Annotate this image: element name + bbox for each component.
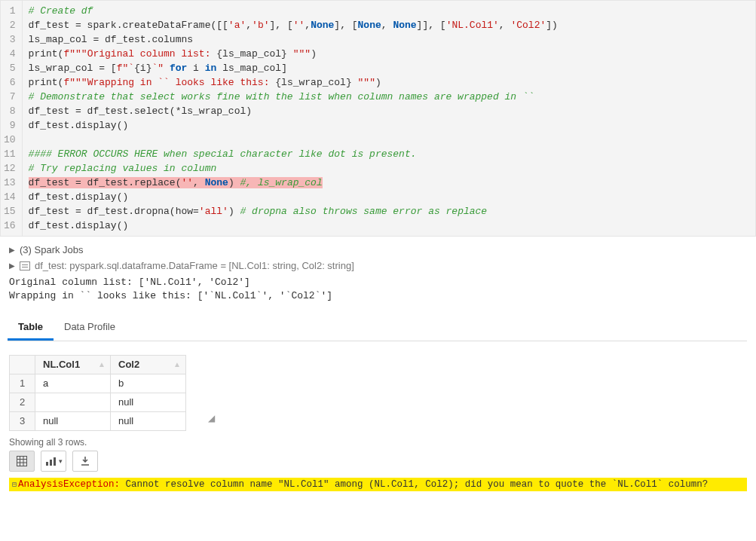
cell: null bbox=[111, 412, 186, 431]
table-view-button[interactable] bbox=[9, 451, 35, 472]
cell: null bbox=[35, 412, 111, 431]
cell: null bbox=[111, 393, 186, 412]
tab-table[interactable]: Table bbox=[8, 315, 54, 341]
row-count-label: Showing all 3 rows. bbox=[9, 431, 747, 451]
code-lines[interactable]: # Create dfdf_test = spark.createDataFra… bbox=[23, 1, 755, 236]
schema-row[interactable]: ▶ df_test: pyspark.sql.dataframe.DataFra… bbox=[9, 260, 747, 271]
line-gutter: 12345678910111213141516 bbox=[1, 1, 23, 236]
cell-output: ▶ (3) Spark Jobs ▶ df_test: pyspark.sql.… bbox=[0, 237, 756, 491]
table-row[interactable]: 3nullnull bbox=[10, 412, 186, 431]
code-line[interactable]: print(f"""Wrapping in `` looks like this… bbox=[29, 75, 749, 90]
expand-icon[interactable]: ▶ bbox=[9, 246, 15, 254]
row-number: 1 bbox=[10, 374, 35, 393]
code-line[interactable]: ls_map_col = df_test.columns bbox=[29, 32, 749, 47]
spark-jobs-row[interactable]: ▶ (3) Spark Jobs bbox=[9, 244, 747, 255]
download-button[interactable] bbox=[72, 451, 98, 472]
grid-icon bbox=[17, 456, 27, 466]
code-line[interactable]: # Try replacing values in column bbox=[29, 161, 749, 176]
code-line[interactable]: ls_wrap_col = [f"`{i}`" for i in ls_map_… bbox=[29, 61, 749, 75]
cell: b bbox=[111, 374, 186, 393]
error-text: Cannot resolve column name "NL.Col1" amo… bbox=[120, 479, 708, 490]
stdout-line: Wrapping in `` looks like this: ['`NL.Co… bbox=[9, 289, 747, 303]
download-icon bbox=[80, 456, 90, 466]
schema-text: df_test: pyspark.sql.dataframe.DataFrame… bbox=[35, 260, 354, 271]
column-header-label: Col2 bbox=[118, 359, 139, 370]
table-row[interactable]: 2null bbox=[10, 393, 186, 412]
resize-handle-icon[interactable]: ◢ bbox=[208, 413, 215, 423]
result-table: NL.Col1 ▲ Col2 ▲ 1ab2null3nullnull bbox=[9, 355, 186, 431]
column-header[interactable]: NL.Col1 ▲ bbox=[35, 356, 111, 374]
code-line[interactable]: # Create df bbox=[29, 4, 749, 18]
cell: a bbox=[35, 374, 111, 393]
code-line[interactable] bbox=[29, 133, 749, 147]
code-line[interactable]: df_test = df_test.select(*ls_wrap_col) bbox=[29, 104, 749, 118]
output-toolbar: ▾ ◢ bbox=[9, 451, 747, 472]
code-line[interactable]: df_test.display() bbox=[29, 219, 749, 233]
stdout-line: Original column list: ['NL.Col1', 'Col2'… bbox=[9, 276, 747, 289]
error-message: ⊟ AnalysisException: Cannot resolve colu… bbox=[9, 478, 747, 491]
code-line[interactable]: # Demonstrate that select works fine wit… bbox=[29, 90, 749, 104]
row-number: 3 bbox=[10, 412, 35, 431]
code-line[interactable]: df_test.display() bbox=[29, 118, 749, 133]
row-number: 2 bbox=[10, 393, 35, 412]
code-line[interactable]: df_test = spark.createDataFrame([['a','b… bbox=[29, 18, 749, 32]
spark-jobs-label: (3) Spark Jobs bbox=[20, 244, 84, 255]
output-tabs: Table Data Profile bbox=[8, 315, 747, 341]
code-line[interactable]: df_test.display() bbox=[29, 190, 749, 204]
cell bbox=[35, 393, 111, 412]
bar-chart-icon bbox=[45, 456, 57, 466]
code-line[interactable]: #### ERROR OCCURS HERE when special char… bbox=[29, 147, 749, 161]
chevron-down-icon: ▾ bbox=[59, 457, 63, 465]
code-editor[interactable]: 12345678910111213141516 # Create dfdf_te… bbox=[0, 0, 756, 237]
svg-rect-0 bbox=[17, 457, 27, 466]
svg-rect-5 bbox=[46, 462, 48, 466]
tab-data-profile[interactable]: Data Profile bbox=[54, 315, 126, 341]
table-row[interactable]: 1ab bbox=[10, 374, 186, 393]
svg-rect-7 bbox=[54, 457, 56, 466]
error-type: AnalysisException: bbox=[18, 479, 120, 490]
code-line[interactable]: df_test = df_test.replace('', None) #, l… bbox=[29, 176, 749, 190]
chart-view-button[interactable]: ▾ bbox=[41, 451, 66, 472]
sort-icon[interactable]: ▲ bbox=[98, 359, 106, 371]
code-line[interactable]: df_test = df_test.dropna(how='all') # dr… bbox=[29, 204, 749, 219]
collapse-icon[interactable]: ⊟ bbox=[12, 480, 17, 489]
column-header[interactable]: Col2 ▲ bbox=[111, 356, 186, 374]
code-line[interactable]: print(f"""Original column list: {ls_map_… bbox=[29, 47, 749, 61]
rownum-header bbox=[10, 356, 35, 374]
svg-rect-6 bbox=[50, 460, 52, 466]
sort-icon[interactable]: ▲ bbox=[173, 359, 181, 371]
column-header-label: NL.Col1 bbox=[43, 359, 80, 370]
expand-icon[interactable]: ▶ bbox=[9, 261, 15, 270]
table-icon bbox=[20, 261, 30, 270]
